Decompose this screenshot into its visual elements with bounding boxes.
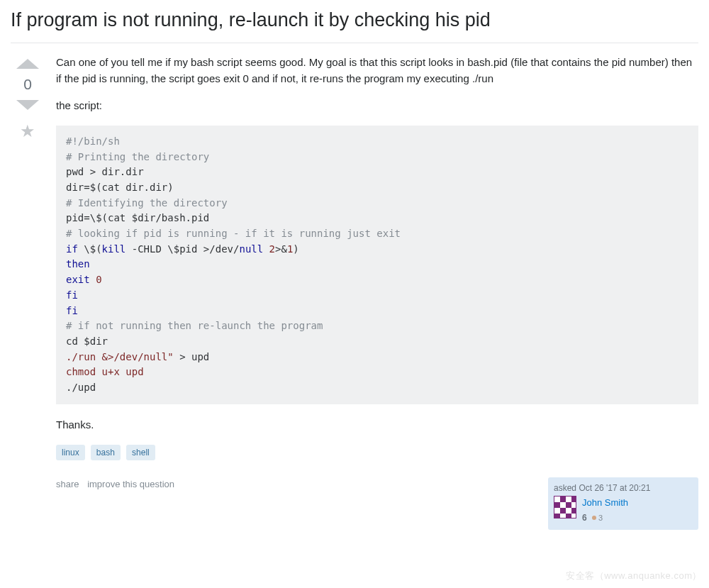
code-block: #!/bin/sh # Printing the directory pwd >… — [56, 126, 698, 404]
downvote-button[interactable] — [16, 100, 39, 110]
post-layout: 0 ★ Can one of you tell me if my bash sc… — [11, 55, 698, 529]
body-paragraph: Can one of you tell me if my bash script… — [56, 55, 698, 87]
body-paragraph: the script: — [56, 98, 698, 114]
tag-linux[interactable]: linux — [56, 445, 85, 460]
body-paragraph: Thanks. — [56, 417, 698, 433]
question-title: If program is not running, re-launch it … — [11, 7, 698, 43]
tag-shell[interactable]: shell — [126, 445, 155, 460]
avatar[interactable] — [554, 496, 576, 518]
upvote-button[interactable] — [16, 59, 39, 69]
tag-bash[interactable]: bash — [91, 445, 121, 460]
user-card: asked Oct 26 '17 at 20:21 John Smith 6 3 — [548, 477, 698, 530]
vote-column: 0 ★ — [11, 55, 45, 529]
post-footer: share improve this question asked Oct 26… — [56, 477, 698, 530]
bronze-badge-icon — [592, 516, 596, 520]
user-action-time: asked Oct 26 '17 at 20:21 — [554, 482, 693, 494]
favorite-star-icon[interactable]: ★ — [20, 121, 35, 141]
share-link[interactable]: share — [56, 479, 79, 489]
post-menu: share improve this question — [56, 477, 180, 492]
vote-count: 0 — [23, 76, 32, 93]
improve-link[interactable]: improve this question — [87, 479, 174, 489]
post-body: Can one of you tell me if my bash script… — [56, 55, 698, 529]
user-reputation: 6 3 — [582, 511, 628, 524]
user-name-link[interactable]: John Smith — [582, 497, 628, 508]
tag-list: linux bash shell — [56, 444, 698, 460]
